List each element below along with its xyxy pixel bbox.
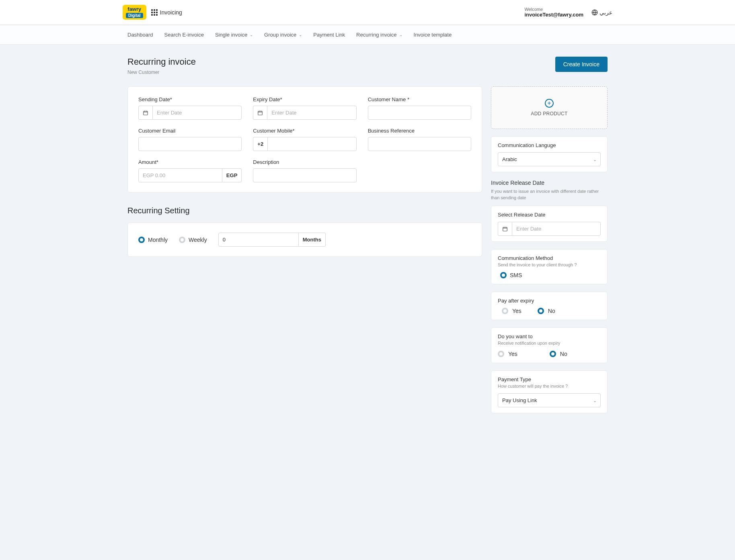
- release-date-input[interactable]: [512, 222, 601, 236]
- customer-name-input[interactable]: [368, 106, 471, 120]
- radio-unchecked-icon: [502, 308, 508, 314]
- release-date-hint: If you want to issue an invoice with dif…: [491, 188, 608, 201]
- top-header: fawry Digital Invoicing Welcome invoiceT…: [0, 0, 735, 25]
- nav-recurring-invoice[interactable]: Recurring invoice⌄: [356, 25, 402, 44]
- duration-input[interactable]: [218, 233, 299, 247]
- apps-grid-icon: [151, 9, 158, 16]
- radio-checked-icon: [500, 272, 507, 278]
- customer-mobile-field: Customer Mobile* +2: [253, 128, 356, 151]
- logo: fawry Digital: [123, 5, 146, 20]
- recurring-setting-card: Monthly Weekly Months: [127, 223, 482, 257]
- create-invoice-button[interactable]: Create Invoice: [555, 57, 608, 72]
- radio-checked-icon: [550, 351, 556, 357]
- user-email: invoiceTest@fawry.com: [524, 12, 583, 18]
- page-subtitle: New Customer: [127, 69, 196, 75]
- radio-checked-icon: [138, 237, 145, 243]
- amount-currency: EGP: [222, 168, 242, 182]
- amount-label: Amount*: [138, 159, 242, 165]
- sending-date-input[interactable]: [152, 106, 242, 120]
- pay-after-expiry-card: Pay after expiry Yes No: [491, 292, 608, 320]
- app-switcher[interactable]: Invoicing: [151, 9, 182, 16]
- calendar-icon[interactable]: [138, 106, 152, 120]
- amount-field: Amount* EGP: [138, 159, 242, 182]
- chevron-down-icon: ⌄: [299, 33, 302, 37]
- notification-card: Do you want to Receive notification upon…: [491, 327, 608, 363]
- notification-yes-radio[interactable]: Yes: [498, 351, 517, 357]
- main-nav: Dashboard Search E-invoice Single invoic…: [0, 25, 735, 45]
- svg-rect-2: [258, 111, 263, 115]
- release-date-select-label: Select Release Date: [498, 212, 601, 218]
- chevron-down-icon: ⌄: [250, 33, 253, 37]
- mobile-prefix: +2: [253, 137, 267, 151]
- sending-date-field: Sending Date*: [138, 96, 242, 120]
- release-date-card: Select Release Date: [491, 206, 608, 242]
- svg-rect-1: [144, 111, 148, 115]
- app-name: Invoicing: [160, 9, 182, 16]
- radio-checked-icon: [538, 308, 544, 314]
- notification-hint: Receive notification upon expiry: [498, 340, 601, 346]
- customer-mobile-label: Customer Mobile*: [253, 128, 356, 134]
- yes-label: Yes: [508, 351, 517, 357]
- radio-unchecked-icon: [179, 237, 185, 243]
- svg-rect-3: [503, 227, 507, 231]
- nav-single-invoice[interactable]: Single invoice⌄: [215, 25, 253, 44]
- customer-email-input[interactable]: [138, 137, 242, 151]
- customer-name-field: Customer Name *: [368, 96, 471, 120]
- communication-language-select[interactable]: ⌄: [498, 152, 601, 166]
- sending-date-label: Sending Date*: [138, 96, 242, 102]
- description-label: Description: [253, 159, 356, 165]
- page-header: Recurring invoice New Customer Create In…: [127, 57, 608, 75]
- communication-method-card: Communication Method Send the invoice to…: [491, 249, 608, 284]
- communication-method-sms-radio[interactable]: SMS: [500, 272, 601, 278]
- language-switch[interactable]: عربي: [591, 9, 612, 16]
- page-title: Recurring invoice: [127, 57, 196, 67]
- payment-type-select[interactable]: ⌄: [498, 393, 601, 407]
- payment-type-value[interactable]: [498, 393, 601, 407]
- weekly-label: Weekly: [189, 237, 207, 243]
- release-date-title: Invoice Release Date: [491, 180, 608, 186]
- no-label: No: [560, 351, 567, 357]
- description-input[interactable]: [253, 168, 356, 182]
- customer-name-label: Customer Name *: [368, 96, 471, 102]
- expiry-date-field: Expiry Date*: [253, 96, 356, 120]
- business-reference-label: Business Reference: [368, 128, 471, 134]
- expiry-date-input[interactable]: [267, 106, 356, 120]
- pay-after-expiry-yes-radio[interactable]: Yes: [502, 308, 521, 314]
- communication-method-hint: Send the invoice to your client through …: [498, 262, 601, 268]
- add-product-label: ADD PRODUCT: [496, 111, 602, 116]
- release-date-section: Invoice Release Date If you want to issu…: [491, 180, 608, 242]
- invoice-form-card: Sending Date* Expiry Date*: [127, 86, 482, 192]
- customer-email-field: Customer Email: [138, 128, 242, 151]
- pay-after-expiry-no-radio[interactable]: No: [538, 308, 555, 314]
- frequency-weekly-radio[interactable]: Weekly: [179, 237, 207, 243]
- payment-type-hint: How customer will pay the invoice ?: [498, 383, 601, 389]
- amount-input[interactable]: [138, 168, 222, 182]
- expiry-date-label: Expiry Date*: [253, 96, 356, 102]
- customer-mobile-input[interactable]: [267, 137, 357, 151]
- sms-label: SMS: [510, 272, 522, 278]
- business-reference-input[interactable]: [368, 137, 471, 151]
- nav-group-invoice[interactable]: Group invoice⌄: [264, 25, 302, 44]
- communication-method-label: Communication Method: [498, 255, 601, 261]
- plus-circle-icon: +: [545, 99, 554, 108]
- communication-language-value[interactable]: [498, 152, 601, 166]
- yes-label: Yes: [512, 308, 521, 314]
- duration-unit: Months: [299, 233, 326, 247]
- nav-payment-link[interactable]: Payment Link: [313, 25, 345, 44]
- add-product-button[interactable]: + ADD PRODUCT: [491, 86, 608, 129]
- description-field: Description: [253, 159, 356, 182]
- nav-search-einvoice[interactable]: Search E-invoice: [164, 25, 204, 44]
- chevron-down-icon: ⌄: [399, 33, 402, 37]
- logo-main-text: fawry: [127, 6, 141, 12]
- welcome-label: Welcome: [524, 7, 583, 12]
- frequency-monthly-radio[interactable]: Monthly: [138, 237, 168, 243]
- nav-invoice-template[interactable]: Invoice template: [414, 25, 452, 44]
- calendar-icon[interactable]: [498, 222, 512, 236]
- notification-no-radio[interactable]: No: [550, 351, 567, 357]
- calendar-icon[interactable]: [253, 106, 267, 120]
- radio-unchecked-icon: [498, 351, 504, 357]
- nav-dashboard[interactable]: Dashboard: [127, 25, 153, 44]
- globe-icon: [591, 9, 598, 16]
- monthly-label: Monthly: [148, 237, 168, 243]
- payment-type-label: Payment Type: [498, 376, 601, 382]
